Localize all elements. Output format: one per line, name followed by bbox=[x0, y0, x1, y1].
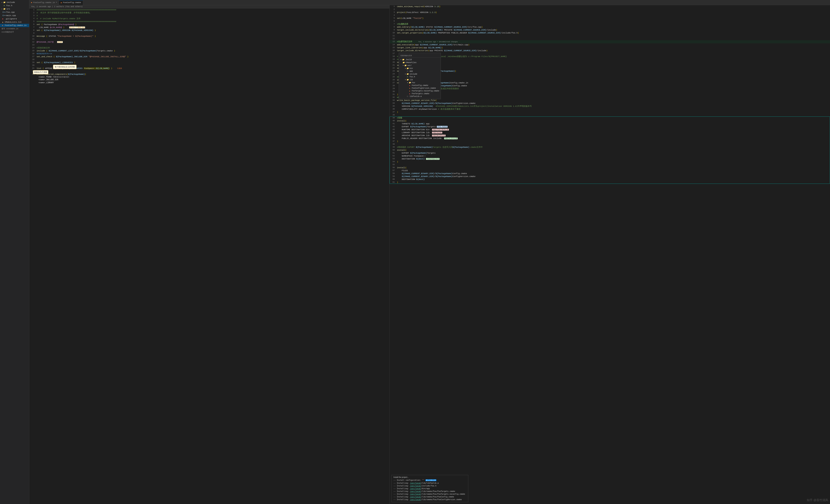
ftree-fooconfig[interactable]: ▲ FooConfig.cmake bbox=[399, 84, 441, 87]
tab-label-fooconfig: FooConfig.cmake bbox=[63, 1, 81, 4]
code-line-5: 5 ######################################… bbox=[29, 20, 389, 23]
code-line-20: 20 bbox=[29, 64, 389, 67]
file-tree-overlay: 安装到输出目录 ▾ 📁 _build 📁 CMakeFiles ▾ 📁 out/ bbox=[399, 53, 441, 99]
ftree-app[interactable]: □ app bbox=[399, 70, 441, 73]
tab-close-fooconfig-in[interactable]: × bbox=[56, 1, 57, 3]
ftree-lib[interactable]: ▾ 📁 lib bbox=[399, 78, 441, 81]
r-line-53: 53 DESTINATION ${dest} #安装到指定目录 bbox=[389, 158, 830, 160]
r-line-50: 50 install( bbox=[389, 149, 830, 152]
sidebar-item-cmakelists[interactable]: ▲ CMakeLists.txt bbox=[0, 21, 29, 24]
ftree-out-icon: 📁 bbox=[404, 64, 407, 67]
ftree-bin-arrow: ▾ bbox=[405, 67, 406, 69]
expand-arrow-include: ▾ bbox=[1, 1, 2, 3]
tab-label-fooconfig-in: FooConfig.cmake.in bbox=[33, 1, 55, 4]
sidebar-item-fooconfig[interactable]: ▶ FooConfig.cmake.in bbox=[0, 24, 29, 27]
ftree-cmakefiles[interactable]: 📁 CMakeFiles bbox=[399, 61, 441, 64]
ftree-include-arrow: ▾ bbox=[405, 73, 406, 75]
code-line-22: 22 bbox=[29, 70, 389, 73]
sidebar-item-gitignore[interactable]: ◆ .gitignore bbox=[0, 17, 29, 21]
sidebar-item-maincpp[interactable]: C++ main.cpp bbox=[0, 14, 29, 17]
sidebar-item-src[interactable]: ▾ 📁 src bbox=[0, 7, 29, 11]
sidebar-label-gitignore: .gitignore bbox=[5, 18, 17, 20]
r-line-59: 59 ${CMAKE_CURRENT_BINARY_DIR}/${Package… bbox=[389, 175, 830, 178]
sidebar-item-note1[interactable]: 复写 xxxcmake.in bbox=[0, 27, 29, 30]
editor-left-content[interactable]: 1 ######################################… bbox=[29, 8, 389, 504]
r-line-17: 17 bbox=[389, 52, 830, 55]
ftree-bin-label: bin bbox=[410, 67, 413, 69]
ftree-foo[interactable]: ▾ 📁 Foo bbox=[399, 81, 441, 84]
r-line-42: 42 EXPORT ${PackageName}Targets #导出 包信息 bbox=[389, 125, 830, 128]
sidebar-item-include[interactable]: ▾ 📁 include bbox=[0, 1, 29, 4]
sidebar-item-foocpp[interactable]: C++ foo.cpp bbox=[0, 11, 29, 14]
r-line-45: 45 ARCHIVE DESTINATION lib #指定静态库位置 bbox=[389, 134, 830, 137]
ftree-footargets[interactable]: ▲ FooTargets.cmake bbox=[399, 92, 441, 95]
ftree-cmakefiles-label: CMakeFiles bbox=[406, 62, 416, 64]
code-line-3: 3 # bbox=[29, 14, 389, 17]
ftree-app-label: app bbox=[410, 70, 413, 72]
code-line-18: 18 bbox=[29, 58, 389, 61]
r-line-46: 46 PUBLIC_HEADER DESTINATION include #指定… bbox=[389, 137, 830, 140]
ftree-bin[interactable]: ▾ 📁 bin bbox=[399, 67, 441, 70]
sidebar-item-fooh[interactable]: H foo.h bbox=[0, 4, 29, 7]
r-line-34: 34 ${CMAKE_CURRENT_BINARY_DIR}/${Package… bbox=[389, 102, 830, 105]
r-line-2: 2 bbox=[389, 8, 830, 11]
annotation-check-modules: 检验这几个变量 bbox=[33, 70, 48, 74]
terminal-line-6: -- Installing: /usr/local/lib/cmake/Foo/… bbox=[393, 493, 466, 495]
left-annotations: 每个模块都会定义的变量 检验这几个变量 <name>_FOUND 判断模块是否被… bbox=[29, 76, 389, 109]
r-line-4: 4 bbox=[389, 14, 830, 17]
ftree-fooconfigversion[interactable]: ▲ FooConfigVersion.cmake bbox=[399, 87, 441, 90]
watermark: 知乎 @吾竹清风 bbox=[807, 498, 828, 502]
sidebar-item-note2[interactable]: xxx功能的名字 bbox=[0, 30, 29, 34]
code-line-11: 11 bbox=[29, 38, 389, 41]
terminal-header: Install the project... bbox=[393, 476, 466, 478]
ftree-fooh-icon: H bbox=[407, 76, 409, 78]
r-line-28: 28 ${CMAKE_CURRENT_BINARY_DIR}/${Package… bbox=[389, 84, 830, 87]
r-line-13: 13 #生成可执行文件 You, 4 minutes ago • Uncommi… bbox=[389, 40, 830, 43]
ftree-bin-icon: 📁 bbox=[407, 67, 409, 69]
code-line-4: 4 # # include MyMathTargets.cmake 文件 bbox=[29, 17, 389, 20]
tab-fooconfig-in[interactable]: ▶ FooConfig.cmake.in × bbox=[29, 0, 59, 5]
editor-left-header: You, 2 seconds ago | 2 authors (You and … bbox=[29, 5, 389, 8]
ftree-lib-label: lib bbox=[410, 79, 413, 81]
code-line-23: 23 check_required_components(${PackageNa… bbox=[29, 73, 389, 76]
r-line-8: 8 add_library(${LIB_NAME} STATIC ${CMAKE… bbox=[389, 26, 830, 29]
tab-fooconfig[interactable]: ▶ FooConfig.cmake bbox=[59, 0, 83, 5]
editor-right: 1 cmake_minimum_required(VERSION 3.15) 2… bbox=[389, 5, 830, 504]
ftree-footargets-label: FooTargets.cmake bbox=[412, 93, 429, 95]
code-line-13: 13 bbox=[29, 43, 389, 46]
ftree-build-label: _build bbox=[405, 59, 412, 61]
ftree-build-icon: 📁 bbox=[402, 59, 404, 61]
ftree-libfoolib-icon: □ bbox=[407, 96, 409, 98]
r-line-51: 51 EXPORT ${PackageName}Targets bbox=[389, 152, 830, 155]
cpp-icon-main: C++ bbox=[3, 14, 5, 17]
ftree-out[interactable]: ▾ 📁 out/ bbox=[399, 64, 441, 67]
code-line-14: 14 #添加目标文件 bbox=[29, 46, 389, 49]
ftree-footargets-noconfig[interactable]: ▲ FooTargets-noconfig.cmake bbox=[399, 90, 441, 92]
cmake-tab-icon: ▶ bbox=[31, 1, 32, 4]
r-line-24: 24 bbox=[389, 73, 830, 75]
ftree-build[interactable]: ▾ 📁 _build bbox=[399, 58, 441, 61]
sidebar-label-maincpp: main.cpp bbox=[6, 14, 16, 16]
ftree-include[interactable]: ▾ 📁 include bbox=[399, 73, 441, 75]
ftree-cmakefiles-icon: 📁 bbox=[403, 62, 405, 64]
r-line-7: 7 #生成静态库 bbox=[389, 23, 830, 26]
code-line-2: 2 # 本文件 用于获取配置过程中的变量，并寻找项目依赖包。 bbox=[29, 11, 389, 14]
ftree-foo-icon: 📁 bbox=[409, 81, 411, 84]
r-line-10: 10 set_target_properties(${LIB_NAME} PRO… bbox=[389, 31, 830, 34]
editor-right-content[interactable]: 1 cmake_minimum_required(VERSION 3.15) 2… bbox=[389, 5, 830, 504]
editor-left-header-text: You, 2 seconds ago | 2 authors (You and … bbox=[31, 6, 83, 8]
ftree-foo-label: Foo bbox=[412, 82, 415, 84]
terminal-line-8: -- Installing: /usr/local/lib/cmake/Foo/… bbox=[393, 498, 466, 501]
code-line-21: 21 list ( APPEND ${PackageName}_LIBRARIE… bbox=[29, 67, 389, 70]
tab-bar: ▶ FooConfig.cmake.in × ▶ FooConfig.cmake bbox=[29, 0, 830, 5]
ftree-out-arrow: ▾ bbox=[403, 64, 404, 67]
terminal-line-7: -- Installing: /usr/local/lib/cmake/Foo/… bbox=[393, 495, 466, 498]
ftree-fooh[interactable]: H foo.h bbox=[399, 75, 441, 78]
ftree-libfoolib[interactable]: □ libfoolib.a bbox=[399, 95, 441, 98]
ftree-fooconfigversion-label: FooConfigVersion.cmake bbox=[412, 87, 436, 89]
r-line-55: 55 bbox=[389, 163, 830, 166]
ftree-fooconfig-label: FooConfig.cmake bbox=[412, 85, 428, 87]
r-line-36: 36 COMPATIBILITY AnyNewerVersion # 表示该函数… bbox=[389, 108, 830, 111]
code-line-15: 15 include ( ${CMAKE_CURRENT_LIST_DIR}/$… bbox=[29, 49, 389, 52]
r-line-15: 15 target_link_libraries(app ${LIB_NAME}… bbox=[389, 46, 830, 49]
